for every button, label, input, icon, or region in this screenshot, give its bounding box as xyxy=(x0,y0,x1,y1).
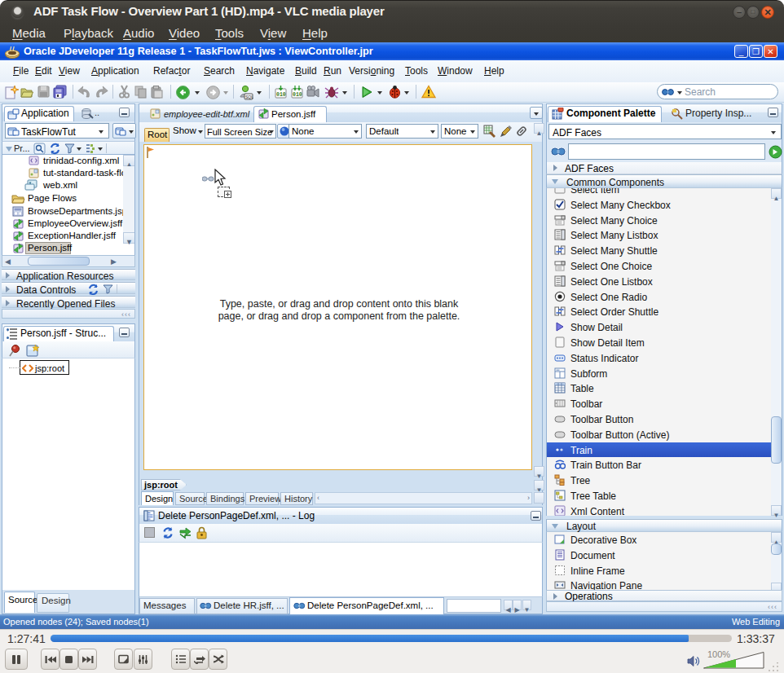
svg-text:010: 010 xyxy=(293,92,302,98)
svg-text:010: 010 xyxy=(276,92,286,98)
svg-text:SQL: SQL xyxy=(245,95,253,99)
